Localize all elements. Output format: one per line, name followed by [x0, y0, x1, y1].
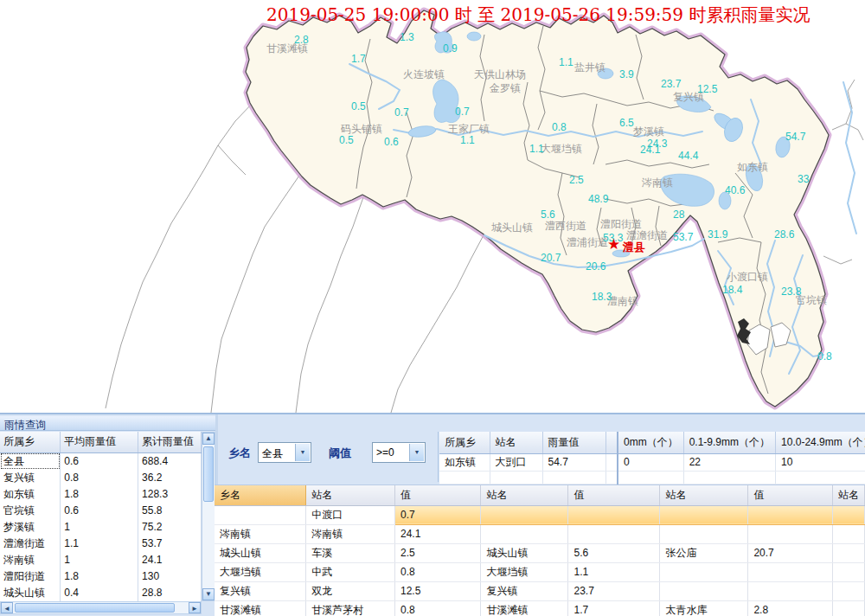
cell[interactable]: 130	[138, 568, 202, 585]
cell[interactable]: 甘溪滩镇	[215, 600, 306, 616]
cell[interactable]: 28.8	[138, 585, 202, 601]
cell[interactable]	[490, 471, 542, 484]
table-row[interactable]: 官垸镇0.655.8	[0, 503, 202, 519]
column-header[interactable]: 站名	[481, 485, 568, 505]
cell[interactable]	[618, 471, 683, 484]
cell[interactable]	[683, 471, 775, 484]
table-row[interactable]: 全县0.6688.4	[0, 452, 202, 470]
cell[interactable]: 城头山镇	[0, 585, 61, 601]
cell[interactable]: 0	[618, 453, 683, 471]
cell[interactable]	[832, 600, 864, 616]
table-row[interactable]: 澧阳街道1.8130	[0, 568, 202, 585]
table-row[interactable]: 城头山镇车溪2.5城头山镇5.6张公庙20.7	[215, 543, 865, 562]
column-header[interactable]: 站名	[306, 485, 395, 505]
table-row[interactable]: 涔南镇涔南镇24.1	[215, 524, 865, 543]
cell[interactable]: 55.8	[138, 503, 202, 519]
town-filter-combobox[interactable]: 全县 ▼	[258, 442, 311, 463]
cell[interactable]: 1.1	[568, 562, 660, 581]
table-row[interactable]: 如东镇大剅口54.7	[439, 453, 617, 471]
cell[interactable]: 1	[61, 519, 138, 536]
column-header[interactable]: 所属乡	[439, 432, 490, 453]
table-row[interactable]: 城头山镇0.428.8	[0, 585, 202, 601]
table-row[interactable]: 02210	[618, 453, 865, 471]
cell[interactable]	[832, 524, 864, 543]
cell[interactable]	[748, 524, 833, 543]
cell[interactable]	[439, 471, 490, 484]
cell[interactable]: 20.7	[748, 543, 833, 562]
cell[interactable]: 涔南镇	[0, 552, 61, 568]
cell[interactable]: 24.1	[395, 524, 481, 543]
column-header[interactable]: 值	[395, 485, 481, 505]
column-header[interactable]: 值	[748, 485, 833, 505]
cell[interactable]: 甘溪滩镇	[481, 600, 568, 616]
cell[interactable]: 1.7	[568, 600, 660, 616]
table-row[interactable]: 大堰垱镇中武0.8大堰垱镇1.1	[215, 562, 865, 581]
cell[interactable]: 城头山镇	[481, 543, 568, 562]
cell[interactable]: 24.1	[138, 552, 202, 568]
cell[interactable]	[481, 505, 568, 524]
cell[interactable]	[606, 471, 617, 484]
cell[interactable]: 22	[683, 453, 775, 471]
table-row[interactable]: 复兴镇0.836.2	[0, 470, 202, 486]
cell[interactable]	[660, 505, 748, 524]
cell[interactable]	[660, 524, 748, 543]
left-table-vscrollbar[interactable]: ▲ ▼	[202, 432, 215, 601]
cell[interactable]: 澧阳街道	[0, 568, 61, 585]
cell[interactable]: 0.8	[61, 470, 138, 486]
table-row[interactable]: 涔南镇124.1	[0, 552, 202, 568]
chevron-down-icon[interactable]: ▼	[295, 444, 310, 461]
chevron-down-icon[interactable]: ▼	[409, 444, 424, 461]
column-header[interactable]: 平均雨量值	[61, 432, 138, 452]
column-header[interactable]: 10.0-24.9mm（个）	[776, 432, 865, 453]
hscroll-thumb[interactable]	[15, 603, 175, 613]
cell[interactable]: 梦溪镇	[0, 519, 61, 536]
cell[interactable]: 2.5	[395, 543, 481, 562]
table-row[interactable]: 如东镇1.8128.3	[0, 486, 202, 503]
table-row[interactable]: 中渡口0.7	[215, 505, 865, 524]
column-header[interactable]: 值	[568, 485, 660, 505]
threshold-filter-combobox[interactable]: >=0 ▼	[372, 442, 426, 463]
cell[interactable]: 大堰垱镇	[481, 562, 568, 581]
cell[interactable]: 2.8	[748, 600, 833, 616]
cell[interactable]	[568, 505, 660, 524]
cell[interactable]	[660, 581, 748, 600]
table-row[interactable]: 复兴镇双龙12.5复兴镇23.7	[215, 581, 865, 600]
cell[interactable]: 涔南镇	[215, 524, 306, 543]
column-header[interactable]: 乡名	[215, 485, 306, 505]
cell[interactable]: 0.8	[395, 562, 481, 581]
scroll-right-arrow[interactable]: ►	[189, 602, 201, 613]
left-table-hscrollbar[interactable]: ◄ ►	[0, 601, 202, 614]
cell[interactable]: 太青水库	[660, 600, 748, 616]
table-row[interactable]	[618, 471, 865, 484]
cell[interactable]: 复兴镇	[215, 581, 306, 600]
cell[interactable]: 澧澹街道	[0, 536, 61, 552]
cell[interactable]	[832, 562, 864, 581]
column-header[interactable]: 站名	[660, 485, 748, 505]
column-header[interactable]	[606, 432, 617, 453]
column-header[interactable]: 累计雨量值	[138, 432, 202, 452]
cell[interactable]: 双龙	[306, 581, 395, 600]
scroll-left-arrow[interactable]: ◄	[1, 602, 13, 613]
cell[interactable]	[660, 562, 748, 581]
cell[interactable]: 全县	[0, 452, 61, 470]
cell[interactable]: 如东镇	[0, 486, 61, 503]
cell[interactable]: 城头山镇	[215, 543, 306, 562]
scroll-down-arrow[interactable]: ▼	[202, 588, 215, 600]
cell[interactable]: 1.8	[61, 486, 138, 503]
cell[interactable]: 0.4	[61, 585, 138, 601]
cell[interactable]: 中武	[306, 562, 395, 581]
cell[interactable]: 0.7	[395, 505, 481, 524]
vscroll-thumb[interactable]	[203, 446, 214, 502]
cell[interactable]: 1.8	[61, 568, 138, 585]
cell[interactable]: 复兴镇	[481, 581, 568, 600]
cell[interactable]: 大堰垱镇	[215, 562, 306, 581]
cell[interactable]: 复兴镇	[0, 470, 61, 486]
column-header[interactable]: 雨量值	[542, 432, 606, 453]
cell[interactable]: 1.1	[61, 536, 138, 552]
table-row[interactable]: 澧澹街道1.153.7	[0, 536, 202, 552]
cell[interactable]	[748, 562, 833, 581]
column-header[interactable]: 0.1-9.9mm（个）	[683, 432, 775, 453]
cell[interactable]	[542, 471, 606, 484]
column-header[interactable]: 0mm（个）	[618, 432, 683, 453]
cell[interactable]: 10	[776, 453, 865, 471]
